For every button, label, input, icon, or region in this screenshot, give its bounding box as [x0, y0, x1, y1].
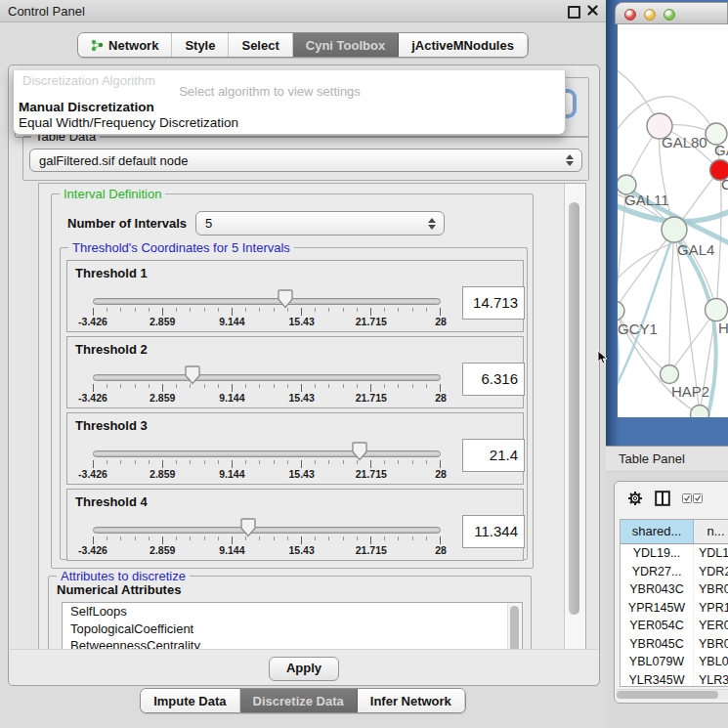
checkbox-columns-icon[interactable]	[682, 493, 704, 503]
table-data-combobox[interactable]: galFiltered.sif default node	[29, 149, 582, 172]
table-horizontal-scrollbar[interactable]	[616, 689, 728, 700]
network-edge[interactable]	[669, 310, 716, 374]
settings-vertical-scrollbar[interactable]	[564, 184, 586, 649]
cell-shared-name: YBR045C	[621, 635, 694, 654]
tab[interactable]: jActiveMNodules	[399, 33, 528, 57]
table-row[interactable]: YBR045C YBR0	[621, 635, 728, 654]
tab[interactable]: Network	[78, 33, 172, 57]
table-row[interactable]: YER054C YER0	[621, 617, 728, 635]
network-node[interactable]	[662, 217, 687, 242]
float-window-icon[interactable]	[568, 6, 580, 19]
threshold-value-field[interactable]: 21.4	[462, 439, 525, 472]
column-header-name[interactable]: n...	[694, 520, 728, 543]
settings-scrollpane: Interval Definition Number of Intervals …	[38, 183, 586, 650]
slider-ticks	[93, 308, 441, 316]
threshold-slider-thumb[interactable]	[239, 518, 256, 537]
tab-label: Style	[185, 38, 215, 53]
threshold-value-field[interactable]: 11.344	[462, 515, 525, 548]
threshold-slider-track[interactable]	[93, 374, 441, 381]
algorithm-option[interactable]: Equal Width/Frequency Discretization	[17, 115, 568, 131]
threshold-value-field[interactable]: 14.713	[462, 286, 525, 320]
network-edge[interactable]	[618, 241, 679, 288]
control-panel-titlebar: Control Panel	[0, 0, 606, 22]
algorithm-hint: Select algorithm to view settings	[14, 84, 526, 99]
network-node-label: GA	[714, 142, 728, 158]
attribute-list-item[interactable]: TopologicalCoefficient	[63, 621, 522, 638]
threshold-slider-track[interactable]	[93, 527, 441, 534]
combo-arrows-icon	[428, 218, 436, 230]
cell-shared-name: YLR345W	[621, 671, 694, 688]
split-panel-icon[interactable]	[655, 491, 670, 506]
cell-name: YDL1	[694, 544, 728, 563]
table-row[interactable]: YDL19... YDL1	[621, 544, 728, 563]
mouse-cursor	[597, 350, 609, 365]
numerical-attributes-list[interactable]: SelfLoops TopologicalCoefficient Between…	[62, 602, 523, 650]
tab[interactable]: Cyni Toolbox	[293, 33, 399, 57]
minimize-traffic-light[interactable]	[644, 9, 656, 21]
table-row[interactable]: YBL079W YBL0	[621, 653, 728, 671]
tab[interactable]: Style	[172, 33, 229, 57]
tab[interactable]: Discretize Data	[240, 689, 358, 712]
numerical-attributes-label: Numerical Attributes	[57, 582, 181, 597]
cell-shared-name: YDR27...	[621, 563, 694, 581]
threshold-row: Threshold 2 -3.4262.8599.14415.4321.7152…	[66, 336, 524, 408]
tick-label: 15.43	[288, 316, 314, 327]
table-row[interactable]: YDR27... YDR2	[621, 563, 728, 581]
tick-label: 9.144	[219, 392, 244, 404]
threshold-slider-thumb[interactable]	[184, 365, 200, 385]
column-header-shared-name[interactable]: shared...	[621, 520, 694, 543]
network-node[interactable]	[706, 299, 728, 321]
threshold-slider-track[interactable]	[93, 450, 441, 457]
tick-label: 28	[435, 468, 447, 480]
threshold-row: Threshold 3 -3.4262.8599.14415.4321.7152…	[66, 412, 524, 485]
tab-label: Network	[108, 38, 158, 53]
attributes-list-scrollbar[interactable]	[507, 603, 522, 650]
tick-label: 15.43	[288, 392, 314, 404]
table-row[interactable]: YBR043C YBR0	[621, 580, 728, 599]
network-node-label: GCY1	[618, 321, 658, 337]
threshold-slider-track[interactable]	[93, 298, 441, 305]
algorithm-option[interactable]: Manual Discretization	[17, 100, 568, 115]
network-node-label: GAL4	[677, 241, 714, 258]
table-row[interactable]: YPR145W YPR1	[621, 599, 728, 618]
slider-tick-labels: -3.4262.8599.14415.4321.71528	[93, 468, 441, 480]
threshold-slider-thumb[interactable]	[277, 289, 293, 309]
tab[interactable]: Select	[229, 33, 292, 57]
apply-button[interactable]: Apply	[269, 657, 339, 681]
tab[interactable]: Impute Data	[141, 689, 239, 712]
cell-name: YBR0	[694, 580, 728, 599]
tab-label: Impute Data	[153, 694, 226, 708]
close-traffic-light[interactable]	[624, 9, 636, 21]
tick-label: 9.144	[219, 468, 244, 480]
close-icon[interactable]	[587, 5, 598, 16]
tab-label: Cyni Toolbox	[306, 38, 385, 53]
threshold-slider-thumb[interactable]	[351, 442, 367, 461]
gear-icon[interactable]	[627, 491, 643, 506]
cell-shared-name: YER054C	[621, 617, 694, 635]
zoom-traffic-light[interactable]	[664, 9, 675, 21]
tick-label: 21.715	[356, 544, 387, 556]
number-of-intervals-value: 5	[205, 216, 212, 231]
number-of-intervals-combobox[interactable]: 5	[195, 211, 445, 236]
tab-label: Infer Network	[370, 694, 451, 708]
tab-label: Select	[241, 38, 278, 53]
network-canvas[interactable]: GAL80GACGAL11GAL4GCY1HHAP2	[618, 24, 728, 417]
node-attribute-table: shared... n... YDL19... YDL1 YDR27... YD…	[620, 519, 728, 687]
table-data-group: Table Data galFiltered.sif default node	[22, 136, 589, 181]
network-window-titlebar	[615, 2, 728, 24]
attribute-list-item[interactable]: SelfLoops	[63, 603, 522, 621]
table-row[interactable]: YLR345W YLR3	[621, 671, 728, 688]
tab[interactable]: Infer Network	[358, 689, 465, 712]
threshold-label: Threshold 3	[75, 418, 148, 433]
tab-label: jActiveMNodules	[411, 38, 514, 53]
cell-shared-name: YPR145W	[621, 599, 694, 618]
network-node[interactable]	[618, 301, 624, 321]
network-node[interactable]	[691, 406, 709, 418]
network-node[interactable]	[661, 365, 679, 384]
network-node-label: HAP2	[671, 383, 709, 400]
interval-definition-title: Interval Definition	[60, 187, 165, 201]
network-edge[interactable]	[669, 230, 674, 374]
threshold-value-field[interactable]: 6.316	[462, 363, 525, 396]
tick-label: 9.144	[219, 316, 244, 327]
tick-label: 28	[435, 544, 447, 556]
